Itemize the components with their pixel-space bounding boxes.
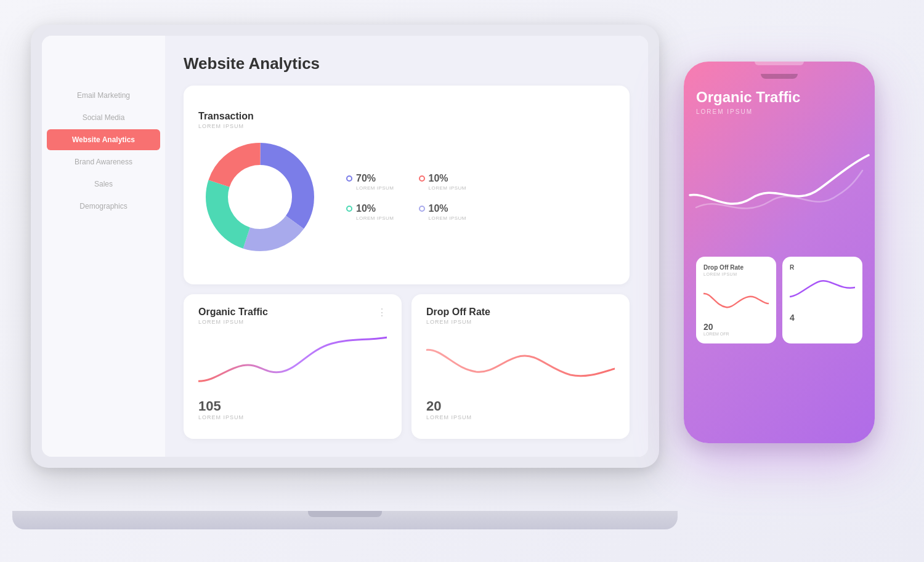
organic-traffic-line: [198, 337, 387, 381]
legend-item-1: 70% LOREM IPSUM: [346, 173, 394, 191]
phone-wave-chart: [696, 134, 862, 244]
drop-off-value-label: LOREM IPSUM: [426, 414, 615, 420]
sidebar-item-social-media[interactable]: Social Media: [42, 107, 165, 128]
mini-card-dropoff-label: LOREM OFR: [703, 332, 769, 336]
sidebar-item-sales[interactable]: Sales: [42, 174, 165, 195]
dots-menu-organic[interactable]: ⋮: [377, 307, 387, 318]
mini-card-dropoff-value: 20: [703, 322, 769, 332]
main-content: Website Analytics Transaction LOREM IPSU…: [165, 36, 648, 457]
sidebar-item-demographics[interactable]: Demographics: [42, 196, 165, 217]
laptop-screen: Email Marketing Social Media Website Ana…: [42, 36, 648, 457]
mini-card-r-value: 4: [790, 313, 855, 323]
mini-card-dropoff-subtitle: LOREM IPSUM: [703, 272, 769, 276]
drop-off-subtitle: LOREM IPSUM: [426, 319, 490, 325]
legend-dot-2: [419, 175, 425, 182]
drop-off-title-group: Drop Off Rate LOREM IPSUM: [426, 307, 490, 331]
mini-r-line: [790, 281, 855, 297]
drop-off-header: Drop Off Rate LOREM IPSUM: [426, 307, 615, 331]
drop-off-card: Drop Off Rate LOREM IPSUM: [411, 294, 630, 439]
laptop: Email Marketing Social Media Website Ana…: [31, 25, 678, 529]
transaction-inner: 70% LOREM IPSUM 10%: [198, 135, 615, 259]
phone-title: Organic Traffic: [696, 89, 862, 106]
organic-traffic-chart: [198, 331, 387, 393]
legend-value-1: 70%: [346, 173, 394, 184]
legend-value-2: 10%: [419, 173, 467, 184]
legend-dot-3: [346, 206, 352, 212]
legend-dot-4: [419, 206, 425, 212]
phone-mini-card-dropoff: Drop Off Rate LOREM IPSUM 20 LOREM OFR: [696, 257, 776, 343]
transaction-title: Transaction: [198, 111, 615, 122]
mini-card-dropoff-title: Drop Off Rate: [703, 264, 769, 271]
organic-traffic-header: Organic Traffic LOREM IPSUM ⋮: [198, 307, 387, 331]
transaction-card: Transaction LOREM IPSUM: [184, 86, 630, 284]
phone-wave-svg: [696, 134, 862, 244]
phone-notch: [761, 74, 798, 79]
laptop-body: Email Marketing Social Media Website Ana…: [31, 25, 659, 468]
organic-traffic-title-group: Organic Traffic LOREM IPSUM: [198, 307, 268, 331]
mini-chart-r-svg: [790, 272, 855, 309]
phone: Organic Traffic LOREM IPSUM Drop Off Rat…: [684, 62, 875, 443]
drop-off-title: Drop Off Rate: [426, 307, 490, 318]
drop-off-svg: [426, 331, 615, 393]
transaction-subtitle: LOREM IPSUM: [198, 123, 615, 129]
legend-item-2: 10% LOREM IPSUM: [419, 173, 467, 191]
scene: Email Marketing Social Media Website Ana…: [0, 0, 924, 562]
donut-chart: [198, 135, 322, 259]
page-title: Website Analytics: [184, 54, 630, 73]
mini-chart-r: [790, 272, 855, 309]
legend-dot-1: [346, 175, 352, 182]
organic-traffic-svg: [198, 331, 387, 393]
sidebar-item-website-analytics[interactable]: Website Analytics: [47, 129, 160, 150]
organic-traffic-value-label: LOREM IPSUM: [198, 414, 387, 420]
bottom-row: Organic Traffic LOREM IPSUM ⋮: [184, 294, 630, 439]
mini-chart-dropoff-svg: [703, 281, 769, 318]
legend-item-4: 10% LOREM IPSUM: [419, 203, 467, 221]
drop-off-value: 20: [426, 398, 615, 414]
organic-traffic-title: Organic Traffic: [198, 307, 268, 318]
sidebar-item-email-marketing[interactable]: Email Marketing: [42, 85, 165, 106]
organic-traffic-subtitle: LOREM IPSUM: [198, 319, 268, 325]
phone-subtitle: LOREM IPSUM: [696, 108, 862, 115]
legend-value-4: 10%: [419, 203, 467, 214]
sidebar-item-brand-awareness[interactable]: Brand Awareness: [42, 151, 165, 172]
phone-mini-cards: Drop Off Rate LOREM IPSUM 20 LOREM OFR R: [696, 257, 862, 343]
mini-chart-dropoff: [703, 281, 769, 318]
mini-dropoff-line: [703, 294, 769, 307]
phone-wave-main: [690, 155, 869, 204]
legend-value-3: 10%: [346, 203, 394, 214]
organic-traffic-card: Organic Traffic LOREM IPSUM ⋮: [184, 294, 402, 439]
cards-grid: Transaction LOREM IPSUM: [184, 86, 630, 439]
laptop-base: [12, 511, 678, 529]
sidebar: Email Marketing Social Media Website Ana…: [42, 36, 165, 457]
organic-traffic-value: 105: [198, 398, 387, 414]
donut-legend: 70% LOREM IPSUM 10%: [346, 173, 466, 221]
drop-off-line: [426, 350, 615, 375]
legend-item-3: 10% LOREM IPSUM: [346, 203, 394, 221]
donut-svg: [198, 135, 322, 259]
donut-hole: [234, 171, 286, 223]
mini-card-r-title: R: [790, 264, 855, 271]
phone-mini-card-r: R 4: [782, 257, 862, 343]
drop-off-chart: [426, 331, 615, 393]
